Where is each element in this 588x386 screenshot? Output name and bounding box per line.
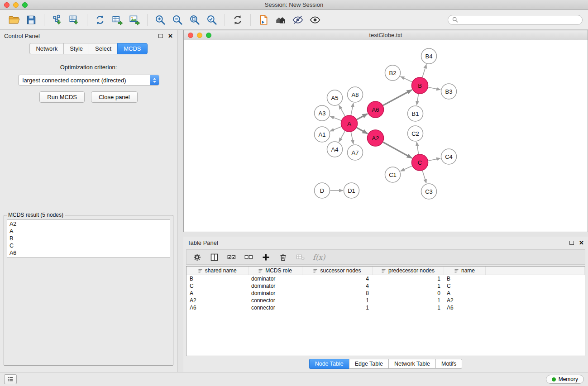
graph-edge[interactable] <box>383 90 412 105</box>
delete-column-button[interactable] <box>278 253 288 262</box>
graph-edge[interactable] <box>422 171 426 183</box>
graph-edge[interactable] <box>357 114 368 119</box>
search-input[interactable] <box>460 16 578 24</box>
clone-network-button[interactable] <box>91 12 109 28</box>
column-header-mcds-role[interactable]: MCDS role <box>248 267 302 275</box>
save-session-button[interactable] <box>23 12 40 28</box>
table-cell: A6 <box>444 304 485 311</box>
column-header-successor-nodes[interactable]: successor nodes <box>302 267 372 275</box>
float-table-panel-icon[interactable] <box>569 241 574 245</box>
table-row[interactable]: A6connector11A6 <box>186 304 585 311</box>
minimize-network-window-button[interactable] <box>197 33 202 38</box>
optimization-criterion-label: Optimization criterion: <box>0 64 177 71</box>
tab-node-table[interactable]: Node Table <box>309 359 349 369</box>
graph-edge[interactable] <box>357 128 368 133</box>
graph-edge[interactable] <box>339 105 345 116</box>
graph-edge[interactable] <box>351 103 353 115</box>
graph-edge[interactable] <box>351 132 353 144</box>
node-table-container[interactable]: shared name MCDS role successor nodes pr… <box>186 266 585 356</box>
close-network-window-button[interactable] <box>188 33 193 38</box>
tab-select[interactable]: Select <box>89 43 117 54</box>
graph-edge[interactable] <box>401 166 412 171</box>
graph-edge[interactable] <box>383 142 412 158</box>
tab-network-table[interactable]: Network Table <box>388 359 435 369</box>
zoom-fit-button[interactable] <box>186 12 203 28</box>
table-cell-filler <box>485 304 585 311</box>
table-cell: 1 <box>372 275 444 283</box>
import-table-button[interactable] <box>66 12 83 28</box>
table-row[interactable]: Cdominator41C <box>186 282 585 290</box>
column-header-predecessor-nodes[interactable]: predecessor nodes <box>372 267 444 275</box>
table-cell: B <box>444 275 485 283</box>
select-all-button[interactable] <box>227 253 236 262</box>
zoom-out-button[interactable] <box>169 12 186 28</box>
zoom-window-button[interactable] <box>22 2 28 8</box>
sort-icon <box>454 268 459 273</box>
close-table-panel-icon[interactable]: ✕ <box>579 240 584 246</box>
minimize-window-button[interactable] <box>13 2 19 8</box>
graph-node-label: C3 <box>425 188 433 195</box>
table-row[interactable]: A2connector11A2 <box>186 297 585 304</box>
unselect-all-button[interactable] <box>244 253 253 262</box>
graph-edge[interactable] <box>416 142 418 154</box>
export-table-button[interactable] <box>109 12 126 28</box>
tab-network[interactable]: Network <box>29 43 63 54</box>
first-neighbors-button[interactable] <box>272 12 289 28</box>
network-file-button[interactable] <box>255 12 272 28</box>
network-canvas[interactable]: AA6A2BCA5A8A3A1A4A7B2B4B3B1C2C4C1C3DD1 <box>184 40 588 232</box>
table-row[interactable]: Bdominator41B <box>186 275 585 283</box>
column-label: shared name <box>205 267 237 274</box>
graph-edge[interactable] <box>330 127 341 131</box>
graph-edge[interactable] <box>428 158 440 161</box>
float-panel-icon[interactable] <box>158 34 163 38</box>
mcds-result-item[interactable]: A <box>10 228 167 235</box>
graph-edge[interactable] <box>417 94 419 105</box>
table-cell-filler <box>485 297 585 304</box>
graph-node-label: B2 <box>389 70 397 76</box>
mcds-result-item[interactable]: B <box>10 235 167 242</box>
zoom-in-button[interactable] <box>152 12 169 28</box>
export-image-button[interactable] <box>126 12 143 28</box>
show-graphics-button[interactable] <box>306 12 324 28</box>
trash-icon <box>278 253 288 262</box>
mcds-result-item[interactable]: A6 <box>10 249 167 257</box>
mcds-result-item[interactable]: C <box>10 242 167 249</box>
mcds-result-list[interactable]: A2ABCA6 <box>7 219 170 257</box>
column-header-shared-name[interactable]: shared name <box>186 267 248 275</box>
close-panel-icon[interactable]: ✕ <box>168 33 173 39</box>
toolbar-separator <box>225 14 225 26</box>
zoom-selected-button[interactable] <box>203 12 220 28</box>
tab-style[interactable]: Style <box>63 43 89 54</box>
dropdown-stepper[interactable] <box>150 75 159 85</box>
column-header-name[interactable]: name <box>444 267 485 275</box>
optimization-criterion-dropdown[interactable]: largest connected component (directed) <box>18 75 159 86</box>
zoom-network-window-button[interactable] <box>206 33 211 38</box>
open-session-button[interactable] <box>5 12 23 28</box>
refresh-button[interactable] <box>229 12 246 28</box>
table-cell: C <box>186 282 248 290</box>
table-cell: 1 <box>372 297 444 304</box>
graph-edge[interactable] <box>330 116 341 120</box>
graph-edge[interactable] <box>428 87 440 90</box>
mcds-result-item[interactable]: A2 <box>10 220 167 228</box>
show-columns-button[interactable] <box>210 253 219 262</box>
close-window-button[interactable] <box>4 2 10 8</box>
run-mcds-button[interactable]: Run MCDS <box>39 91 85 103</box>
network-graph[interactable]: AA6A2BCA5A8A3A1A4A7B2B4B3B1C2C4C1C3DD1 <box>184 40 588 232</box>
tab-motifs[interactable]: Motifs <box>435 359 462 369</box>
tab-edge-table[interactable]: Edge Table <box>349 359 388 369</box>
task-history-button[interactable] <box>4 374 17 384</box>
hide-graphics-button[interactable] <box>289 12 306 28</box>
function-builder-button[interactable]: f(x) <box>313 253 325 262</box>
import-network-button[interactable] <box>48 12 66 28</box>
memory-button[interactable]: Memory <box>546 375 584 384</box>
graph-edge[interactable] <box>422 64 426 77</box>
table-settings-button[interactable] <box>192 253 202 262</box>
close-panel-button[interactable]: Close panel <box>91 91 138 103</box>
add-column-button[interactable] <box>261 253 271 262</box>
graph-edge[interactable] <box>401 76 412 82</box>
table-row[interactable]: Adominator80A <box>186 290 585 297</box>
tab-mcds[interactable]: MCDS <box>117 43 147 54</box>
graph-edge[interactable] <box>339 131 345 142</box>
network-window-controls <box>188 33 211 38</box>
